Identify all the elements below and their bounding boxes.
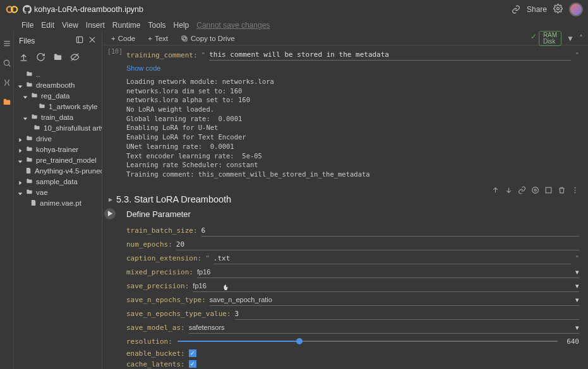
file-tree[interactable]: ..dreamboothreg_data1_artwork styletrain…	[14, 67, 102, 369]
chevron-down-icon[interactable]: ▼	[567, 34, 574, 43]
cursor-icon	[222, 283, 230, 292]
param-label: save_precision:	[126, 282, 189, 290]
cell-settings-icon[interactable]	[531, 186, 539, 196]
folder-item[interactable]: sample_data	[15, 176, 100, 187]
cell-output: Loading network module: networks.lora ne…	[126, 74, 579, 184]
svg-rect-8	[76, 37, 82, 42]
file-item[interactable]: Anything-v4.5-pruned.ckpt	[15, 165, 100, 176]
chevron-up-icon[interactable]: ˄	[579, 34, 583, 43]
caption-extension-input[interactable]	[213, 253, 572, 264]
svg-point-19	[575, 192, 576, 193]
move-up-icon[interactable]	[491, 186, 500, 196]
gear-icon[interactable]	[553, 4, 563, 15]
param-label: num_epochs:	[126, 240, 172, 249]
menu-runtime[interactable]: Runtime	[112, 21, 141, 30]
upload-icon[interactable]	[19, 52, 28, 64]
training-comment-input[interactable]	[209, 49, 571, 61]
move-down-icon[interactable]	[505, 186, 513, 196]
folder-item[interactable]: train_data	[15, 112, 100, 122]
resolution-slider[interactable]	[177, 341, 558, 342]
files-icon[interactable]	[3, 98, 11, 108]
delete-icon[interactable]	[558, 186, 566, 196]
save-status: Cannot save changes	[196, 21, 270, 30]
param-label: resolution:	[126, 337, 172, 346]
menu-insert[interactable]: Insert	[86, 21, 105, 30]
menu-help[interactable]: Help	[174, 21, 189, 30]
svg-point-17	[575, 187, 576, 188]
notebook-title[interactable]: kohya-LoRA-dreambooth.ipynb	[34, 5, 143, 14]
resolution-value: 640	[563, 337, 579, 346]
folder-item[interactable]: dreambooth	[15, 79, 100, 90]
svg-point-14	[534, 189, 536, 190]
colab-logo	[5, 3, 19, 16]
cell-link-icon[interactable]	[518, 186, 526, 196]
link-icon[interactable]	[512, 5, 520, 14]
new-window-icon[interactable]	[75, 35, 84, 46]
folder-item[interactable]: reg_data	[15, 90, 100, 101]
cache-latents-checkbox[interactable]: ✓	[189, 360, 196, 368]
svg-rect-12	[183, 37, 187, 41]
save-precision-select[interactable]: fp16▾	[193, 281, 579, 292]
add-code-button[interactable]: +Code	[107, 33, 139, 44]
svg-point-15	[532, 187, 539, 193]
search-icon[interactable]	[3, 59, 11, 69]
mixed-precision-select[interactable]: fp16▾	[197, 267, 579, 278]
save-n-epochs-value-input[interactable]	[235, 308, 579, 320]
mount-drive-icon[interactable]	[53, 52, 63, 64]
num-epochs-input[interactable]	[176, 239, 579, 250]
param-label: save_n_epochs_type_value:	[126, 310, 231, 318]
param-label: enable_bucket:	[126, 349, 185, 358]
more-icon[interactable]	[571, 186, 579, 196]
menu-view[interactable]: View	[62, 21, 78, 30]
folder-item[interactable]: 1_artwork style	[15, 101, 100, 112]
folder-item[interactable]: vae	[15, 187, 100, 197]
folder-item[interactable]: drive	[15, 133, 100, 144]
folder-item[interactable]: ..	[15, 69, 100, 79]
param-label: train_batch_size:	[126, 226, 198, 235]
avatar[interactable]	[569, 3, 583, 16]
train-batch-size-input[interactable]	[201, 225, 579, 237]
svg-point-2	[557, 8, 560, 10]
close-icon[interactable]	[88, 35, 97, 46]
menu-file[interactable]: File	[21, 21, 33, 30]
param-label: mixed_precision:	[126, 268, 193, 276]
svg-rect-16	[546, 187, 551, 193]
resource-indicator[interactable]: ✓ RAM Disk	[539, 31, 561, 46]
save-model-as-select[interactable]: safetensors▾	[189, 322, 579, 334]
share-button[interactable]: Share	[527, 5, 547, 14]
run-cell-button[interactable]	[104, 208, 116, 220]
mirror-icon[interactable]	[544, 186, 553, 196]
hidden-icon[interactable]	[70, 52, 80, 64]
copy-to-drive-button[interactable]: Copy to Drive	[177, 33, 239, 44]
add-text-button[interactable]: +Text	[144, 33, 172, 44]
svg-point-18	[575, 189, 576, 190]
menu-edit[interactable]: Edit	[41, 21, 54, 30]
param-label: save_model_as:	[126, 324, 185, 332]
exec-count: [10]	[107, 48, 123, 55]
param-label: save_n_epochs_type:	[126, 296, 206, 304]
param-label: caption_extension:	[126, 254, 201, 262]
define-parameter-header: Define Parameter	[126, 208, 579, 224]
sidebar-title: Files	[19, 37, 35, 45]
folder-item[interactable]: 10_shirafullust artwork style	[15, 122, 100, 133]
github-icon	[23, 5, 32, 14]
param-label: cache_latents:	[126, 360, 185, 368]
param-label: training_comment:	[126, 51, 198, 59]
refresh-icon[interactable]	[36, 52, 45, 64]
section-toggle-icon[interactable]: ▸	[109, 195, 112, 204]
file-item[interactable]: anime.vae.pt	[15, 197, 100, 208]
folder-item[interactable]: kohya-trainer	[15, 144, 100, 155]
enable-bucket-checkbox[interactable]: ✓	[189, 349, 196, 357]
save-n-epochs-type-select[interactable]: save_n_epoch_ratio▾	[210, 295, 579, 306]
svg-line-7	[8, 65, 10, 67]
svg-point-6	[4, 60, 9, 65]
menu-tools[interactable]: Tools	[148, 21, 166, 30]
show-code-link[interactable]: Show code	[126, 62, 579, 74]
toc-icon[interactable]	[3, 39, 11, 50]
variables-icon[interactable]	[3, 78, 11, 89]
svg-rect-13	[182, 36, 186, 40]
folder-item[interactable]: pre_trained_model	[15, 155, 100, 165]
